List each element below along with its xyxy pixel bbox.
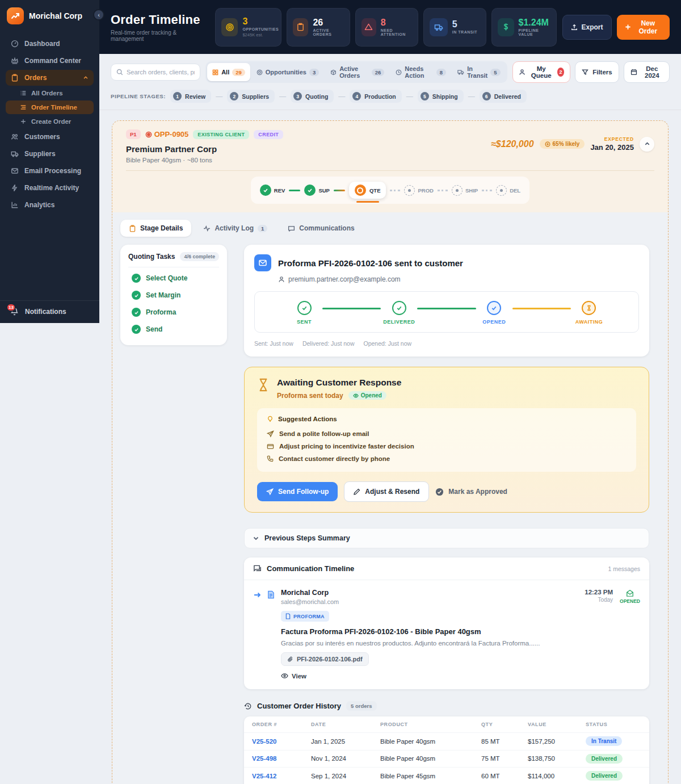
hourglass-icon <box>257 378 270 392</box>
task-label: Select Quote <box>146 274 187 282</box>
pipeline-stage-review[interactable]: 1Review <box>170 90 211 103</box>
pipeline-stage-quoting[interactable]: 3Quoting <box>291 90 334 103</box>
suggestion-followup-email[interactable]: Send a polite follow-up email <box>267 427 627 440</box>
mark-approved-button[interactable]: Mark as Approved <box>435 488 507 496</box>
attachment-chip[interactable]: PFI-2026-0102-106.pdf <box>281 652 369 666</box>
stage-rev: REV <box>260 185 285 196</box>
task-item-set-margin[interactable]: Set Margin <box>128 287 219 304</box>
tab-communications[interactable]: Communications <box>279 220 363 237</box>
sidebar-item-command-center[interactable]: Command Center <box>6 53 94 69</box>
tab-all[interactable]: All 29 <box>207 63 250 81</box>
sidebar-item-customers[interactable]: Customers <box>6 129 94 145</box>
cell-date: Sep 1, 2024 <box>311 773 380 779</box>
tab-in-transit[interactable]: In Transit 5 <box>452 63 505 81</box>
sidebar-item-orders[interactable]: Orders <box>6 70 94 86</box>
tab-label: Opportunities <box>266 69 306 76</box>
tab-opportunities[interactable]: Opportunities 3 <box>251 63 324 81</box>
search-icon <box>116 69 123 76</box>
sidebar-item-analytics[interactable]: Analytics <box>6 197 94 213</box>
tab-label: Communications <box>299 224 354 232</box>
stage-sup: SUP <box>304 185 330 196</box>
export-label: Export <box>582 23 603 31</box>
stat-card-active-orders[interactable]: 26 ACTIVE ORDERS <box>287 8 350 47</box>
tasks-progress-badge: 4/6 complete <box>180 252 219 261</box>
type-badge-label: PROFORMA <box>293 614 325 619</box>
customer-name: Premium Partner Corp <box>126 144 217 154</box>
stat-value: 8 <box>381 18 412 27</box>
new-order-button[interactable]: New Order <box>617 15 670 40</box>
sidebar-collapse-button[interactable]: ‹ <box>93 9 104 20</box>
collapse-order-button[interactable] <box>640 137 654 152</box>
date-picker-button[interactable]: Dec 2024 <box>624 61 670 83</box>
tab-needs-action[interactable]: Needs Action 8 <box>390 63 451 81</box>
sidebar-item-label: Realtime Activity <box>24 184 79 192</box>
suggestion-adjust-pricing[interactable]: Adjust pricing to incentivize faster dec… <box>267 440 627 452</box>
sidebar-item-order-timeline[interactable]: Order Timeline <box>6 100 94 114</box>
export-button[interactable]: Export <box>562 15 612 40</box>
pipeline-stage-production[interactable]: 4Production <box>350 90 401 103</box>
customers-icon <box>11 133 19 141</box>
search-box[interactable] <box>111 64 200 81</box>
alert-clock-icon <box>396 69 402 76</box>
suggested-actions-title: Suggested Actions <box>278 416 337 422</box>
send-followup-button[interactable]: Send Follow-up <box>257 482 338 501</box>
column-header: VALUE <box>528 722 586 727</box>
suggestion-contact-phone[interactable]: Contact customer directly by phone <box>267 452 627 464</box>
search-input[interactable] <box>127 69 195 76</box>
sidebar-item-notifications[interactable]: 13 Notifications <box>0 300 99 323</box>
stage-code: SHIP <box>465 187 478 194</box>
stat-card-need-attention[interactable]: 8 NEED ATTENTION <box>355 8 418 47</box>
brand-logo-icon <box>7 7 24 24</box>
stage-separator: — <box>279 93 286 100</box>
attachment-name: PFI-2026-0102-106.pdf <box>297 656 363 663</box>
cell-date: Nov 1, 2024 <box>311 755 380 762</box>
order-link[interactable]: V25-498 <box>252 755 311 762</box>
view-message-link[interactable]: View <box>281 672 640 680</box>
pipeline-stage-suppliers[interactable]: 2Suppliers <box>227 90 275 103</box>
message-time: 12:23 PM <box>585 589 613 596</box>
pipeline-stage-shipping[interactable]: 5Shipping <box>418 90 464 103</box>
sidebar-item-dashboard[interactable]: Dashboard <box>6 36 94 52</box>
stat-label: NEED ATTENTION <box>381 28 412 36</box>
order-history-title: Customer Order History <box>257 702 341 710</box>
order-link[interactable]: V25-520 <box>252 738 311 745</box>
task-item-select-quote[interactable]: Select Quote <box>128 270 219 287</box>
stat-card-in-transit[interactable]: 5 IN TRANSIT <box>423 8 486 47</box>
stat-card-pipeline-value[interactable]: $1.24M PIPELINE VALUE <box>491 8 557 47</box>
message-item[interactable]: Morichal Corp sales@morichal.com 12:23 P… <box>244 580 649 689</box>
stage-number: 2 <box>230 92 238 100</box>
cell-product: Bible Paper 40gsm <box>380 738 481 745</box>
toolbar: All 29 Opportunities 3 Active Orders 26 … <box>99 54 681 83</box>
stage-code: PROD <box>418 187 433 194</box>
table-row[interactable]: V25-520 Jan 1, 2025 Bible Paper 40gsm 85… <box>244 732 649 750</box>
grid-icon <box>212 69 218 76</box>
sender-email: sales@morichal.com <box>281 598 339 605</box>
filters-button[interactable]: Filters <box>575 61 619 83</box>
title-block: Order Timeline Real-time order tracking … <box>111 12 204 42</box>
tab-active-orders[interactable]: Active Orders 26 <box>325 63 389 81</box>
table-row[interactable]: V25-498 Nov 1, 2024 Bible Paper 40gsm 75… <box>244 750 649 768</box>
sidebar-item-email-processing[interactable]: Email Processing <box>6 163 94 179</box>
my-queue-button[interactable]: My Queue 2 <box>512 61 571 83</box>
date-label: Dec 2024 <box>641 65 663 79</box>
sidebar-item-realtime-activity[interactable]: Realtime Activity <box>6 180 94 196</box>
message-preview: Gracias por su interés en nuestros produ… <box>281 640 640 647</box>
sidebar-item-suppliers[interactable]: Suppliers <box>6 146 94 162</box>
task-item-proforma[interactable]: Proforma <box>128 304 219 321</box>
tab-activity-log[interactable]: Activity Log 1 <box>195 220 276 237</box>
proforma-type-badge: PROFORMA <box>281 611 329 622</box>
sidebar-item-label: Command Center <box>24 57 81 65</box>
target-icon <box>145 131 152 138</box>
pipeline-stage-delivered[interactable]: 6Delivered <box>480 90 527 103</box>
order-link[interactable]: V25-412 <box>252 773 311 779</box>
stat-card-opportunities[interactable]: 3 OPPORTUNITIES $245K est. <box>215 8 281 47</box>
orders-icon <box>11 74 19 82</box>
sidebar-item-create-order[interactable]: Create Order <box>6 115 94 128</box>
previous-steps-summary[interactable]: Previous Steps Summary <box>244 528 649 548</box>
adjust-resend-button[interactable]: Adjust & Resend <box>344 481 429 502</box>
sidebar-item-all-orders[interactable]: All Orders <box>6 87 94 99</box>
tab-label: Active Orders <box>339 65 369 79</box>
table-row[interactable]: V25-412 Sep 1, 2024 Bible Paper 45gsm 60… <box>244 767 649 784</box>
tab-stage-details[interactable]: Stage Details <box>120 220 191 237</box>
task-item-send[interactable]: Send <box>128 321 219 338</box>
